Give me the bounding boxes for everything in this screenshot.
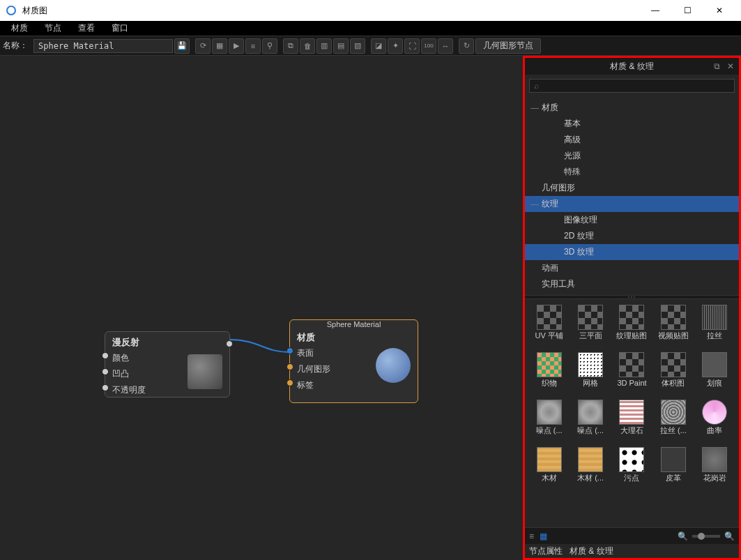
tab-mat-tex[interactable]: 材质 & 纹理	[570, 545, 613, 557]
port-color-in[interactable]	[102, 352, 109, 359]
svg-point-0	[7, 6, 15, 15]
texture-thumb[interactable]: 网格	[572, 352, 609, 395]
panel-header: 材质 & 纹理 ⧉ ✕	[525, 58, 739, 75]
material-texture-panel: 材质 & 纹理 ⧉ ✕ ⌕ —材质基本高级光源特殊几何图形—纹理图像纹理2D 纹…	[523, 56, 741, 560]
tree-item[interactable]: 图像纹理	[525, 212, 739, 228]
tree-item[interactable]: 实用工具	[525, 276, 739, 292]
tree-item[interactable]: 3D 纹理	[525, 244, 739, 260]
app-window: 材质图 — ☐ ✕ 材质 节点 查看 窗口 名称： 💾 ⟳ ▦ ▶ ≡ ⚲ ⧉ …	[0, 0, 741, 560]
tool-layout2-icon[interactable]: ▤	[333, 38, 349, 54]
tool-settings-icon[interactable]: ≡	[245, 38, 261, 54]
port-bump-in[interactable]	[102, 368, 109, 375]
tool-snap-icon[interactable]: ✦	[388, 38, 403, 54]
panel-bottombar: ≡ ▦ 🔍 🔍	[525, 527, 739, 544]
tree-item[interactable]: 特殊	[525, 164, 739, 180]
texture-thumb[interactable]: 3D Paint	[613, 352, 650, 395]
tree-item[interactable]: —纹理	[525, 196, 739, 212]
zoom-out-icon[interactable]: 🔍	[678, 531, 688, 541]
tool-reload-icon[interactable]: ↻	[459, 38, 474, 54]
tool-100-icon[interactable]: 100	[421, 38, 436, 54]
texture-thumb[interactable]: 污点	[613, 447, 650, 490]
tool-layout1-icon[interactable]: ▥	[316, 38, 332, 54]
port-surface-in[interactable]	[287, 347, 293, 354]
texture-thumb[interactable]: 拉丝	[696, 305, 733, 348]
tool-refresh-icon[interactable]: ⟳	[195, 38, 211, 54]
panel-popout-icon[interactable]: ⧉	[711, 61, 722, 72]
diffuse-node-header: 漫反射	[105, 332, 229, 350]
port-opacity-in[interactable]	[102, 384, 109, 391]
material-node-header: 材质	[290, 331, 418, 345]
panel-title: 材质 & 纹理	[610, 61, 654, 73]
texture-thumb[interactable]: 视频贴图	[655, 305, 692, 348]
close-button[interactable]: ✕	[703, 0, 735, 21]
minimize-button[interactable]: —	[639, 0, 671, 21]
texture-thumb[interactable]: 体积图	[655, 352, 692, 395]
tool-fullscreen-icon[interactable]: ⛶	[404, 38, 420, 54]
search-icon: ⌕	[534, 81, 539, 91]
texture-thumb[interactable]: 木材 (...	[572, 447, 609, 490]
texture-thumb[interactable]: 木材	[530, 447, 567, 490]
tree-item[interactable]: 光源	[525, 148, 739, 164]
tool-pin-icon[interactable]: ⚲	[262, 38, 277, 54]
app-icon	[6, 5, 17, 16]
panel-tabs: 节点属性 材质 & 纹理	[525, 544, 739, 558]
texture-thumb[interactable]: 皮革	[655, 447, 692, 490]
tree-item[interactable]: 动画	[525, 260, 739, 276]
tool-play-icon[interactable]: ▶	[229, 38, 244, 54]
window-title: 材质图	[22, 5, 639, 17]
node-connection	[230, 338, 293, 359]
material-node[interactable]: Sphere Material 材质 表面 几何图形 标签	[289, 319, 418, 403]
diffuse-preview	[188, 354, 222, 389]
menu-window[interactable]: 窗口	[103, 21, 137, 36]
texture-thumb[interactable]: 噪点 (...	[572, 400, 609, 443]
tool-copy-icon[interactable]: ⧉	[283, 38, 298, 54]
texture-thumb[interactable]: 噪点 (...	[530, 400, 567, 443]
maximize-button[interactable]: ☐	[671, 0, 703, 21]
tree-item[interactable]: 几何图形	[525, 180, 739, 196]
texture-thumb[interactable]: 纹理贴图	[613, 305, 650, 348]
texture-thumb[interactable]: 大理石	[613, 400, 650, 443]
tool-delete-icon[interactable]: 🗑	[300, 38, 315, 54]
texture-thumb[interactable]: 花岗岩	[696, 447, 733, 490]
search-box[interactable]: ⌕	[529, 79, 735, 93]
titlebar[interactable]: 材质图 — ☐ ✕	[0, 0, 741, 21]
save-icon[interactable]: 💾	[174, 38, 190, 54]
thumb-size-slider[interactable]	[692, 535, 720, 538]
tool-add-icon[interactable]: ◪	[371, 38, 386, 54]
material-preview	[376, 348, 411, 383]
texture-thumb[interactable]: 织物	[530, 352, 567, 395]
toolbar: 名称： 💾 ⟳ ▦ ▶ ≡ ⚲ ⧉ 🗑 ▥ ▤ ▧ ◪ ✦ ⛶ 100 ↔ ↻ …	[0, 36, 741, 56]
texture-thumb[interactable]: 三平面	[572, 305, 609, 348]
texture-thumb[interactable]: 拉丝 (...	[655, 400, 692, 443]
tree-item[interactable]: 2D 纹理	[525, 228, 739, 244]
menu-view[interactable]: 查看	[70, 21, 103, 36]
port-label-in[interactable]	[287, 379, 293, 386]
material-name-input[interactable]	[33, 39, 173, 53]
main-area: 漫反射 颜色 凹凸 不透明度 Sphere Material 材质 表面 几何图…	[0, 56, 741, 560]
node-canvas[interactable]: 漫反射 颜色 凹凸 不透明度 Sphere Material 材质 表面 几何图…	[0, 56, 523, 560]
diffuse-node[interactable]: 漫反射 颜色 凹凸 不透明度	[105, 331, 230, 398]
tree-item[interactable]: 高级	[525, 132, 739, 148]
panel-close-icon[interactable]: ✕	[725, 61, 736, 72]
view-grid-icon[interactable]: ▦	[540, 531, 547, 541]
tree-item[interactable]: —材质	[525, 100, 739, 116]
texture-thumb[interactable]: 曲率	[696, 400, 733, 443]
tool-grid-icon[interactable]: ▦	[212, 38, 227, 54]
texture-thumb[interactable]: UV 平铺	[530, 305, 567, 348]
search-input[interactable]	[542, 81, 730, 91]
diffuse-out-port[interactable]	[226, 340, 233, 347]
name-label: 名称：	[3, 40, 28, 52]
port-geom-in[interactable]	[287, 363, 293, 370]
thumbnail-area: UV 平铺三平面纹理贴图视频贴图拉丝织物网格3D Paint体积图划痕噪点 (.…	[525, 299, 739, 527]
texture-thumb[interactable]: 划痕	[696, 352, 733, 395]
tree-item[interactable]: 基本	[525, 116, 739, 132]
view-list-icon[interactable]: ≡	[529, 531, 534, 541]
tool-fit-icon[interactable]: ↔	[438, 38, 453, 54]
material-node-title: Sphere Material	[290, 320, 418, 331]
tab-node-props[interactable]: 节点属性	[529, 545, 563, 557]
menu-node[interactable]: 节点	[36, 21, 70, 36]
geometry-node-button[interactable]: 几何图形节点	[475, 38, 541, 54]
menu-material[interactable]: 材质	[3, 21, 36, 36]
zoom-in-icon[interactable]: 🔍	[724, 531, 735, 541]
tool-layout3-icon[interactable]: ▧	[350, 38, 365, 54]
